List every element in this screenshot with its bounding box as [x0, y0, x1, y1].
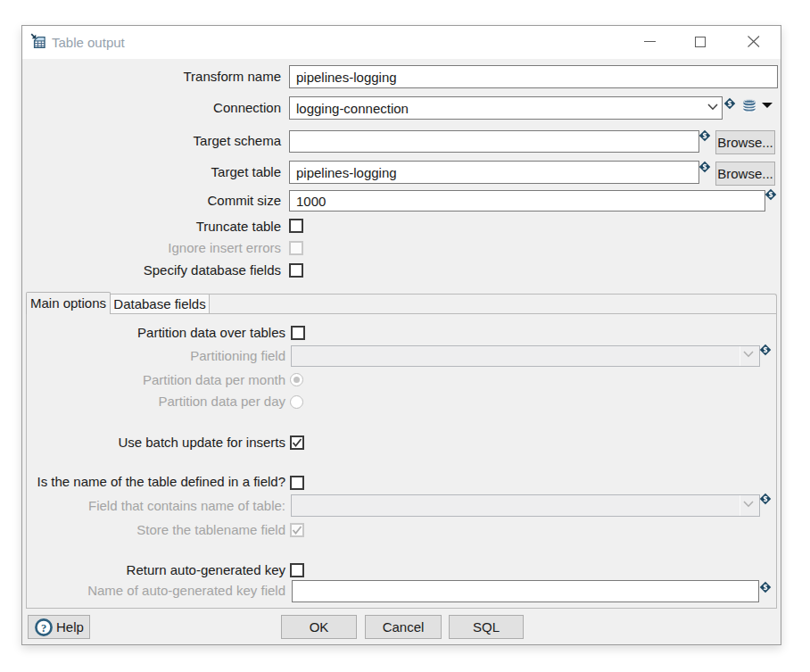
- svg-text:?: ?: [41, 622, 46, 635]
